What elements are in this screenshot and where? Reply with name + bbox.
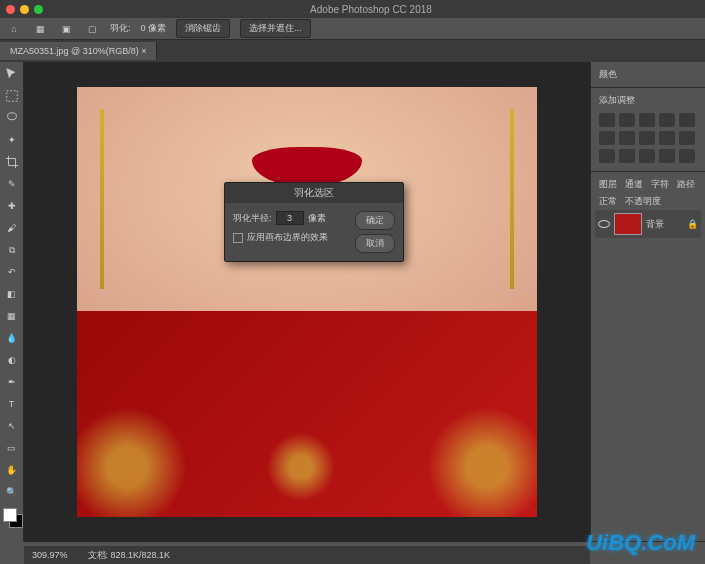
visibility-icon[interactable] (598, 220, 610, 228)
paths-tab[interactable]: 路径 (677, 178, 695, 191)
titlebar: Adobe Photoshop CC 2018 (0, 0, 705, 18)
select-mask-button[interactable]: 选择并遮住... (240, 19, 311, 38)
curves-icon[interactable] (639, 113, 655, 127)
gradient-map-icon[interactable] (659, 149, 675, 163)
levels-icon[interactable] (619, 113, 635, 127)
selective-icon[interactable] (679, 149, 695, 163)
hue-icon[interactable] (599, 131, 615, 145)
brush-tool[interactable]: 🖌 (0, 218, 23, 238)
cancel-button[interactable]: 取消 (355, 234, 395, 253)
wand-tool[interactable]: ✦ (0, 130, 23, 150)
checkbox-label: 应用画布边界的效果 (247, 231, 328, 244)
stamp-tool[interactable]: ⧉ (0, 240, 23, 260)
radius-label: 羽化半径: (233, 212, 272, 225)
foreground-color[interactable] (3, 508, 17, 522)
exposure-icon[interactable] (659, 113, 675, 127)
blend-mode[interactable]: 正常 (599, 195, 617, 208)
feather-dialog: 羽化选区 羽化半径: 像素 应用画布边界的效果 确定 取消 (224, 182, 404, 262)
dodge-tool[interactable]: ◐ (0, 350, 23, 370)
pen-tool[interactable]: ✒ (0, 372, 23, 392)
selection-icon[interactable]: ▦ (32, 21, 48, 37)
right-panels: 颜色 添加调整 图层 通道 字符 路径 正常 不透明度 (590, 62, 705, 542)
ok-button[interactable]: 确定 (355, 211, 395, 230)
lasso-tool[interactable] (0, 108, 23, 128)
document-tabs: MZA50351.jpg @ 310%(RGB/8) × (0, 40, 705, 62)
brightness-icon[interactable] (599, 113, 615, 127)
feather-value[interactable]: 0 像素 (141, 22, 167, 35)
history-brush-tool[interactable]: ↶ (0, 262, 23, 282)
type-tool[interactable]: T (0, 394, 23, 414)
document-tab[interactable]: MZA50351.jpg @ 310%(RGB/8) × (0, 42, 157, 60)
close-window-button[interactable] (6, 5, 15, 14)
home-icon[interactable]: ⌂ (6, 21, 22, 37)
vibrance-icon[interactable] (679, 113, 695, 127)
opacity-label: 不透明度 (625, 195, 661, 208)
status-bar: 309.97% 文档: 828.1K/828.1K (24, 546, 590, 564)
bw-icon[interactable] (639, 131, 655, 145)
svg-point-1 (7, 113, 16, 120)
threshold-icon[interactable] (639, 149, 655, 163)
add-selection-icon[interactable]: ▣ (58, 21, 74, 37)
svg-rect-0 (6, 91, 17, 102)
move-tool[interactable] (0, 64, 23, 84)
dialog-title: 羽化选区 (225, 183, 403, 203)
adjust-tab: 添加调整 (599, 94, 635, 107)
crop-tool[interactable] (0, 152, 23, 172)
maximize-window-button[interactable] (34, 5, 43, 14)
shape-tool[interactable]: ▭ (0, 438, 23, 458)
canvas-area: 羽化选区 羽化半径: 像素 应用画布边界的效果 确定 取消 (24, 62, 590, 542)
blur-tool[interactable]: 💧 (0, 328, 23, 348)
canvas-image[interactable] (77, 87, 537, 517)
minimize-window-button[interactable] (20, 5, 29, 14)
posterize-icon[interactable] (619, 149, 635, 163)
canvas-bounds-checkbox[interactable] (233, 233, 243, 243)
layers-panel: 图层 通道 字符 路径 正常 不透明度 背景 🔒 (591, 172, 705, 542)
options-bar: ⌂ ▦ ▣ ▢ 羽化: 0 像素 消除锯齿 选择并遮住... (0, 18, 705, 40)
layers-tab[interactable]: 图层 (599, 178, 617, 191)
eyedropper-tool[interactable]: ✎ (0, 174, 23, 194)
zoom-level[interactable]: 309.97% (32, 550, 68, 560)
color-tab[interactable]: 颜色 (599, 68, 617, 81)
unit-label: 像素 (308, 212, 326, 225)
path-tool[interactable]: ↖ (0, 416, 23, 436)
channels-tab[interactable]: 通道 (625, 178, 643, 191)
adjustments-panel: 添加调整 (591, 88, 705, 172)
marquee-tool[interactable] (0, 86, 23, 106)
zoom-tool[interactable]: 🔍 (0, 482, 23, 502)
char-tab[interactable]: 字符 (651, 178, 669, 191)
radius-input[interactable] (276, 211, 304, 225)
balance-icon[interactable] (619, 131, 635, 145)
color-swatches[interactable] (0, 508, 23, 532)
app-title: Adobe Photoshop CC 2018 (43, 4, 699, 15)
doc-size: 文档: 828.1K/828.1K (88, 549, 171, 562)
eraser-tool[interactable]: ◧ (0, 284, 23, 304)
layer-row[interactable]: 背景 🔒 (595, 210, 701, 238)
lock-icon[interactable]: 🔒 (687, 219, 698, 229)
tools-panel: ✦ ✎ ✚ 🖌 ⧉ ↶ ◧ ▦ 💧 ◐ ✒ T ↖ ▭ ✋ 🔍 (0, 62, 24, 542)
color-panel: 颜色 (591, 62, 705, 88)
hand-tool[interactable]: ✋ (0, 460, 23, 480)
gradient-tool[interactable]: ▦ (0, 306, 23, 326)
watermark: UiBQ.CoM (586, 530, 695, 556)
healing-tool[interactable]: ✚ (0, 196, 23, 216)
layer-name: 背景 (646, 218, 664, 231)
mixer-icon[interactable] (679, 131, 695, 145)
antialias-button[interactable]: 消除锯齿 (176, 19, 230, 38)
feather-label: 羽化: (110, 22, 131, 35)
window-controls (6, 5, 43, 14)
subtract-selection-icon[interactable]: ▢ (84, 21, 100, 37)
photo-filter-icon[interactable] (659, 131, 675, 145)
layer-thumbnail[interactable] (614, 213, 642, 235)
invert-icon[interactable] (599, 149, 615, 163)
